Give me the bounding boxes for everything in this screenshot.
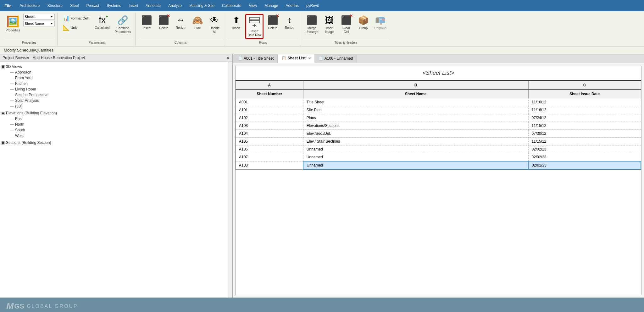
tree-item-south[interactable]: South	[8, 127, 228, 133]
cell-sheet-number[interactable]: A107	[236, 153, 303, 161]
cell-sheet-name[interactable]: Unnamed	[303, 161, 528, 169]
hide-column-button[interactable]: 🙈 Hide	[190, 14, 205, 31]
table-row[interactable]: A101Site Plan11/16/12	[236, 106, 641, 114]
tree-item-from-yard[interactable]: From Yard	[8, 75, 228, 81]
menu-systems[interactable]: Systems	[103, 0, 125, 11]
insert-column-button[interactable]: ⬛ Insert	[139, 14, 154, 31]
calculated-button[interactable]: fx + Calculated	[93, 14, 111, 31]
tree-item-kitchen[interactable]: Kitchen	[8, 81, 228, 86]
tab-a106[interactable]: 📄 A106 - Unnamed	[315, 54, 357, 63]
cell-sheet-date[interactable]: 07/30/12	[528, 130, 641, 138]
cell-sheet-number[interactable]: A106	[236, 145, 303, 153]
cell-sheet-name[interactable]: Title Sheet	[303, 98, 528, 106]
combine-params-icon: 🔗	[117, 15, 128, 25]
cell-sheet-name[interactable]: Unnamed	[303, 153, 528, 161]
resize-column-button[interactable]: ↔ Resize	[173, 14, 188, 31]
menu-steel[interactable]: Steel	[66, 0, 82, 11]
hide-col-icon: 🙈	[192, 15, 203, 25]
tree-group-3d-label[interactable]: ▣ 3D Views	[0, 64, 228, 69]
menu-annotate[interactable]: Annotate	[142, 0, 164, 11]
properties-button[interactable]: 🖼️ Properties	[4, 14, 22, 34]
cell-sheet-number[interactable]: A001	[236, 98, 303, 106]
cell-sheet-date[interactable]: 02/02/23	[528, 145, 641, 153]
menu-structure[interactable]: Structure	[43, 0, 66, 11]
tab-sheet-list-close[interactable]: ✕	[308, 57, 311, 60]
cell-sheet-name[interactable]: Site Plan	[303, 106, 528, 114]
tree-group-sections-label[interactable]: ▣ Sections (Building Section)	[0, 140, 228, 145]
menu-addins[interactable]: Add-Ins	[282, 0, 303, 11]
tree-item-approach[interactable]: Approach	[8, 69, 228, 75]
menu-analyze[interactable]: Analyze	[164, 0, 186, 11]
unit-button[interactable]: 📐 Unit	[61, 23, 91, 32]
tree-group-elevations-label[interactable]: ▣ Elevations (Building Elevation)	[0, 110, 228, 116]
cell-sheet-name[interactable]: Plans	[303, 114, 528, 122]
tree-item-north[interactable]: North	[8, 122, 228, 127]
cell-sheet-number[interactable]: A102	[236, 114, 303, 122]
cell-sheet-date[interactable]: 11/15/12	[528, 138, 641, 145]
menu-insert[interactable]: Insert	[125, 0, 142, 11]
tree-item-living-room[interactable]: Living Room	[8, 86, 228, 92]
ungroup-button[interactable]: 📭 Ungroup	[372, 14, 388, 31]
tree-item-3d-default[interactable]: {3D}	[8, 103, 228, 109]
cell-sheet-number[interactable]: A101	[236, 106, 303, 114]
cell-sheet-date[interactable]: 02/02/23	[528, 161, 641, 169]
menu-massing-site[interactable]: Massing & Site	[186, 0, 218, 11]
group-button[interactable]: 📦 Group	[355, 14, 371, 31]
delete-row-button[interactable]: ⬛✕ Delete	[265, 14, 280, 31]
cell-sheet-date[interactable]: 07/24/12	[528, 114, 641, 122]
cell-sheet-name[interactable]: Elev./ Stair Sections	[303, 138, 528, 145]
cell-sheet-date[interactable]: 02/02/23	[528, 153, 641, 161]
cell-sheet-name[interactable]: Unnamed	[303, 145, 528, 153]
insert-data-row-button[interactable]: InsertData Row	[245, 14, 264, 39]
menu-pyrevit[interactable]: pyRevit	[303, 0, 323, 11]
resize-row-button[interactable]: ↕ Resize	[282, 14, 297, 31]
cell-sheet-number[interactable]: A108	[236, 161, 303, 169]
cell-sheet-name[interactable]: Elevations/Sections	[303, 122, 528, 130]
tree-item-solar-analysis[interactable]: Solar Analysis	[8, 98, 228, 103]
insert-above-label: Insert	[232, 26, 240, 30]
tree-item-west[interactable]: West	[8, 133, 228, 139]
browser-scrollbar[interactable]	[228, 62, 232, 298]
clear-cell-label: ClearCell	[342, 26, 350, 34]
cell-sheet-date[interactable]: 11/16/12	[528, 106, 641, 114]
tree-item-east[interactable]: East	[8, 116, 228, 122]
cell-sheet-number[interactable]: A103	[236, 122, 303, 130]
menu-manage[interactable]: Manage	[261, 0, 282, 11]
delete-row-label: Delete	[268, 26, 277, 30]
menu-architecture[interactable]: Architecture	[16, 0, 43, 11]
ungroup-label: Ungroup	[374, 26, 386, 30]
table-row[interactable]: A108Unnamed02/02/23	[236, 161, 641, 169]
format-cell-button[interactable]: 📊 Format Cell	[61, 14, 91, 23]
browser-close-icon[interactable]: ✕	[226, 55, 230, 60]
cell-sheet-date[interactable]: 11/15/12	[528, 122, 641, 130]
merge-unmerge-button[interactable]: ⬛ MergeUnmerge	[303, 14, 320, 35]
table-row[interactable]: A001Title Sheet11/16/12	[236, 98, 641, 106]
name-dropdown[interactable]: Sheet Name ▼	[23, 21, 55, 26]
table-row[interactable]: A107Unnamed02/02/23	[236, 153, 641, 161]
tree-item-section-perspective[interactable]: Section Perspective	[8, 92, 228, 98]
insert-above-button[interactable]: ⬆ Insert	[228, 14, 244, 31]
unhide-all-button[interactable]: 👁 UnhideAll	[207, 14, 222, 35]
table-row[interactable]: A103Elevations/Sections11/15/12	[236, 122, 641, 130]
cell-sheet-date[interactable]: 11/16/12	[528, 98, 641, 106]
table-row[interactable]: A104Elev./Sec./Det.07/30/12	[236, 130, 641, 138]
cell-sheet-name[interactable]: Elev./Sec./Det.	[303, 130, 528, 138]
cell-sheet-number[interactable]: A104	[236, 130, 303, 138]
dropdowns-area: Sheets ▼ Sheet Name ▼	[23, 14, 55, 26]
3d-views-label: 3D Views	[6, 64, 22, 69]
insert-image-button[interactable]: 🖼 InsertImage	[321, 14, 337, 35]
type-dropdown[interactable]: Sheets ▼	[23, 14, 55, 19]
file-menu[interactable]: File	[0, 0, 16, 11]
table-row[interactable]: A105Elev./ Stair Sections11/15/12	[236, 138, 641, 145]
menu-view[interactable]: View	[245, 0, 261, 11]
combine-parameters-button[interactable]: 🔗 CombineParameters	[113, 14, 133, 35]
menu-collaborate[interactable]: Collaborate	[218, 0, 245, 11]
menu-precast[interactable]: Precast	[82, 0, 103, 11]
tab-a001[interactable]: 📄 A001 - Title Sheet	[234, 54, 278, 63]
delete-column-button[interactable]: ⬛✕ Delete	[156, 14, 171, 31]
tab-sheet-list[interactable]: 📋 Sheet List ✕	[278, 54, 314, 63]
table-row[interactable]: A102Plans07/24/12	[236, 114, 641, 122]
cell-sheet-number[interactable]: A105	[236, 138, 303, 145]
clear-cell-button[interactable]: ⬛✕ ClearCell	[338, 14, 354, 35]
table-row[interactable]: A106Unnamed02/02/23	[236, 145, 641, 153]
